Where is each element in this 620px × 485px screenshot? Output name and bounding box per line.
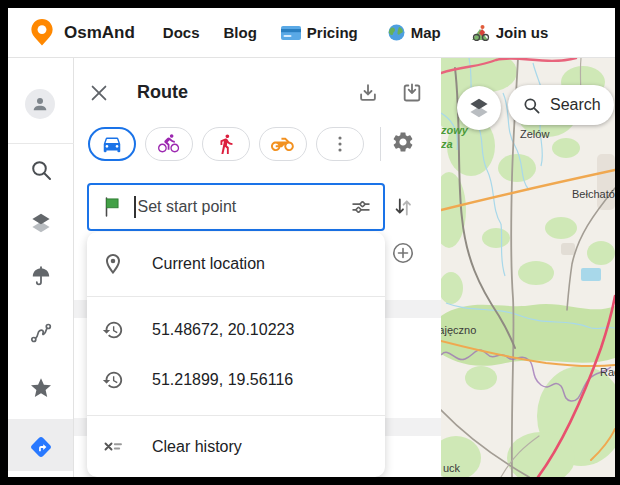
clear-history-label: Clear history (152, 438, 242, 456)
nav-link-pricing[interactable]: Pricing (281, 24, 358, 41)
transport-mode-selector (88, 127, 364, 161)
swap-points-icon[interactable] (391, 195, 415, 219)
clear-history-icon (101, 435, 125, 459)
search-icon (522, 96, 541, 115)
history-coordinates: 51.21899, 19.56116 (152, 371, 293, 389)
history-item[interactable]: 51.48672, 20.10223 (87, 305, 385, 355)
mode-bicycle-button[interactable] (145, 127, 193, 161)
location-pin-icon (101, 252, 125, 276)
start-flag-icon (101, 196, 123, 218)
weather-umbrella-icon[interactable] (29, 265, 53, 289)
map-label-radomsko: Rad (600, 366, 615, 378)
car-icon (101, 133, 123, 155)
map-search-button[interactable]: Search (508, 85, 614, 125)
mode-more-button[interactable] (316, 127, 364, 161)
motorcycle-icon (271, 132, 295, 156)
panel-title: Route (137, 82, 188, 103)
navigation-icon[interactable] (29, 435, 53, 459)
osmand-web-app: OsmAnd Docs Blog Pricing Map (8, 8, 615, 477)
mode-car-button[interactable] (88, 127, 136, 161)
current-location-label: Current location (152, 255, 265, 273)
map-label-uck: uck (443, 462, 461, 474)
search-icon[interactable] (29, 158, 53, 182)
screenshot-frame: OsmAnd Docs Blog Pricing Map (0, 0, 620, 485)
map-label-zelow: Zelów (520, 128, 549, 140)
globe-icon (388, 24, 405, 41)
more-dots-icon (329, 133, 351, 155)
start-point-input[interactable] (138, 198, 350, 216)
osmand-logo-icon (30, 18, 54, 47)
bicycle-icon (158, 133, 181, 156)
history-clock-icon (101, 368, 125, 392)
close-icon[interactable] (88, 82, 110, 104)
sidebar-divider (8, 143, 74, 144)
mode-pedestrian-button[interactable] (202, 127, 250, 161)
pedestrian-icon (215, 133, 237, 155)
route-settings-gear-icon[interactable] (391, 130, 415, 154)
modes-divider (380, 127, 381, 161)
map-layers-icon (467, 96, 491, 120)
left-sidebar (8, 58, 74, 477)
add-point-icon[interactable] (391, 241, 415, 265)
clear-history-option[interactable]: Clear history (87, 416, 385, 477)
map-search-label: Search (550, 96, 601, 114)
nav-link-docs[interactable]: Docs (163, 24, 200, 41)
current-location-option[interactable]: Current location (87, 232, 385, 296)
tune-options-icon[interactable] (349, 195, 373, 219)
map-label-green-area-1: zowy (441, 124, 469, 136)
start-point-suggestions: Current location 51.48672, 20.10223 51.2… (87, 232, 385, 477)
nav-link-blog[interactable]: Blog (224, 24, 257, 41)
tracks-route-icon[interactable] (29, 321, 53, 345)
history-item[interactable]: 51.21899, 19.56116 (87, 355, 385, 405)
history-coordinates: 51.48672, 20.10223 (152, 321, 294, 339)
route-panel: Route (74, 58, 443, 477)
favorites-star-icon[interactable] (29, 376, 53, 400)
nav-link-map[interactable]: Map (388, 24, 441, 41)
credit-card-icon (281, 26, 301, 40)
layers-icon[interactable] (29, 211, 53, 235)
map-label-pajeczno: Pajęczno (441, 324, 476, 336)
import-file-icon[interactable] (401, 82, 423, 104)
history-section: 51.48672, 20.10223 51.21899, 19.56116 (87, 297, 385, 415)
download-gpx-icon[interactable] (357, 82, 379, 104)
map-label-belchatow: Bełcható (572, 188, 615, 200)
nav-link-join-us[interactable]: Join us (471, 24, 549, 41)
history-clock-icon (101, 318, 125, 342)
account-icon (30, 94, 50, 114)
top-navbar: OsmAnd Docs Blog Pricing Map (8, 8, 615, 58)
text-caret (134, 196, 136, 218)
cyclist-icon (471, 24, 490, 41)
brand-name: OsmAnd (64, 23, 135, 43)
mode-motorcycle-button[interactable] (259, 127, 307, 161)
map-layers-button[interactable] (457, 86, 501, 130)
sidebar-item-account[interactable] (25, 89, 55, 119)
start-point-field[interactable] (87, 183, 385, 231)
map-label-green-area-2: za (441, 138, 453, 150)
